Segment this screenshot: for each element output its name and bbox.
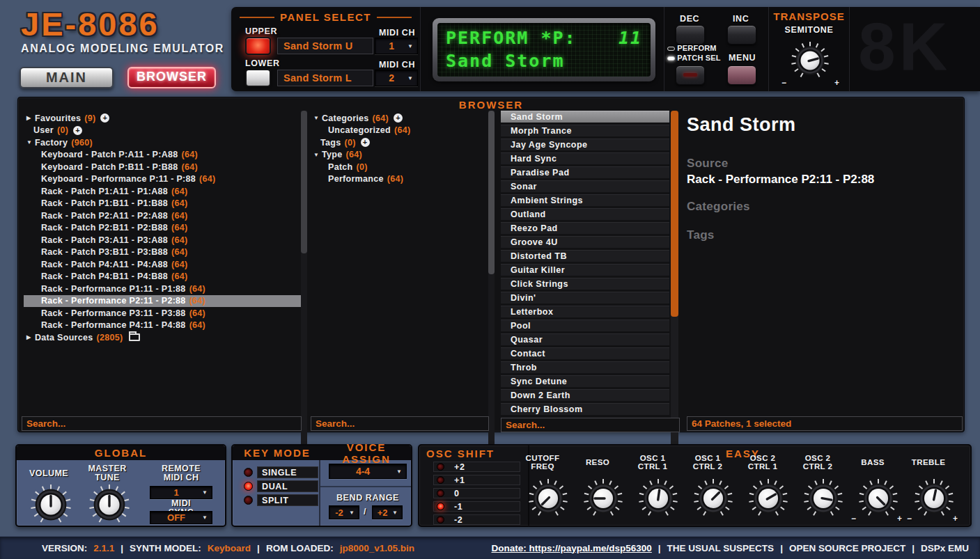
- scrollbar-thumb[interactable]: [671, 111, 678, 317]
- midi-sync-dropdown[interactable]: OFF▼: [150, 511, 212, 524]
- cutoff-freq-knob[interactable]: [523, 473, 573, 523]
- patch-row[interactable]: Sand Storm: [501, 111, 669, 123]
- expand-icon[interactable]: ▶: [26, 334, 35, 340]
- scrollbar-thumb[interactable]: [301, 111, 307, 253]
- osc-shift-plus1[interactable]: +1: [433, 475, 520, 485]
- reso-knob[interactable]: [578, 473, 628, 523]
- osc-shift-zero[interactable]: 0: [433, 488, 520, 498]
- patch-row[interactable]: Guitar Killer: [501, 264, 669, 276]
- semitone-knob[interactable]: [786, 36, 834, 85]
- osc-shift-minus2[interactable]: -2: [433, 514, 520, 525]
- tree-item[interactable]: Rack - Patch P1:B11 - P1:B88(64): [24, 198, 301, 210]
- remote-midi-dropdown[interactable]: 1▼: [150, 486, 212, 499]
- collapse-icon[interactable]: ▼: [313, 115, 322, 121]
- patch-row[interactable]: Contact: [501, 347, 669, 359]
- patch-row[interactable]: Sync Detune: [501, 375, 669, 387]
- category-search-input[interactable]: [311, 416, 489, 431]
- tree-item[interactable]: User(0)+: [24, 125, 301, 137]
- treble-knob[interactable]: [909, 473, 959, 523]
- collapse-icon[interactable]: ▼: [313, 152, 322, 158]
- tree-item[interactable]: Keyboard - Patch P:A11 - P:A88(64): [24, 149, 301, 162]
- voice-assign-dropdown[interactable]: 4-4▼: [329, 464, 407, 479]
- upper-midi-dropdown[interactable]: 1▼: [375, 38, 418, 54]
- dec-button[interactable]: [676, 25, 705, 45]
- upper-patch-field[interactable]: Sand Storm U: [277, 38, 373, 54]
- patch-search-input[interactable]: [501, 418, 680, 432]
- tree-item[interactable]: Rack - Patch P3:B11 - P3:B88(64): [24, 246, 301, 259]
- patch-row[interactable]: Cherry Blossom: [501, 403, 669, 415]
- expand-icon[interactable]: ▶: [26, 115, 35, 121]
- tree-item[interactable]: Rack - Performance P1:11 - P1:88(64): [24, 283, 301, 295]
- perform-patch-sel-button[interactable]: [676, 65, 705, 85]
- tree-item[interactable]: ▼Factory(960): [24, 136, 301, 149]
- tree-item[interactable]: Rack - Patch P4:B11 - P4:B88(64): [24, 271, 301, 283]
- key-mode-single[interactable]: SINGLE: [244, 466, 318, 478]
- patch-row[interactable]: Divin': [501, 292, 669, 304]
- folder-icon[interactable]: [129, 333, 140, 341]
- tree-item[interactable]: Uncategorized(64): [311, 125, 486, 137]
- browser-tab-button[interactable]: BROWSER: [127, 67, 216, 88]
- patch-row[interactable]: Click Strings: [501, 278, 669, 290]
- tree-item[interactable]: ▼Categories(64)+: [311, 112, 486, 125]
- tree-item[interactable]: Keyboard - Performance P:11 - P:88(64): [24, 173, 301, 186]
- key-mode-dual[interactable]: DUAL: [244, 480, 318, 492]
- add-icon[interactable]: +: [73, 126, 82, 135]
- lower-midi-dropdown[interactable]: 2▼: [375, 70, 418, 86]
- patch-row[interactable]: Hard Sync: [501, 152, 669, 164]
- library-search-input[interactable]: [22, 416, 302, 431]
- menu-button[interactable]: [727, 65, 756, 85]
- donate-link[interactable]: Donate: https://paypal.me/dsp56300: [492, 543, 652, 553]
- osc-shift-minus1[interactable]: -1: [433, 501, 520, 512]
- patch-row[interactable]: Sonar: [501, 180, 669, 192]
- patch-row[interactable]: Letterbox: [501, 306, 669, 317]
- tree-item[interactable]: ▶Favourites(9)+: [24, 112, 301, 125]
- patch-row[interactable]: Reezo Pad: [501, 222, 669, 234]
- tree-item[interactable]: Rack - Performance P4:11 - P4:88(64): [24, 320, 301, 332]
- patch-row[interactable]: Down 2 Earth: [501, 389, 669, 401]
- add-icon[interactable]: +: [100, 113, 109, 123]
- tree-item[interactable]: Rack - Patch P4:A11 - P4:A88(64): [24, 258, 301, 271]
- bend-range-low-dropdown[interactable]: -2▼: [329, 505, 359, 519]
- add-icon[interactable]: +: [361, 138, 370, 147]
- osc1-ctrl1-knob[interactable]: [633, 473, 683, 523]
- tree-item[interactable]: Rack - Patch P2:A11 - P2:A88(64): [24, 210, 301, 222]
- add-icon[interactable]: +: [394, 113, 403, 123]
- tree-item[interactable]: Rack - Performance P2:11 - P2:88(64): [24, 295, 301, 308]
- tree-item[interactable]: Patch(0): [311, 161, 486, 173]
- tree-item[interactable]: Performance(64): [311, 173, 486, 186]
- tree-item[interactable]: Rack - Performance P3:11 - P3:88(64): [24, 307, 301, 320]
- volume-knob[interactable]: [25, 479, 77, 530]
- master-tune-knob[interactable]: [84, 479, 135, 530]
- patch-row[interactable]: Ambient Strings: [501, 194, 669, 206]
- patch-row[interactable]: Jay Age Syncope: [501, 139, 669, 150]
- patch-row[interactable]: Throb: [501, 361, 669, 373]
- scrollbar-thumb[interactable]: [488, 111, 495, 274]
- inc-button[interactable]: [727, 25, 756, 45]
- osc-shift-plus2[interactable]: +2: [433, 462, 520, 472]
- bend-range-high-dropdown[interactable]: +2▼: [372, 505, 403, 519]
- collapse-icon[interactable]: ▼: [26, 139, 35, 145]
- tree-item[interactable]: Keyboard - Patch P:B11 - P:B88(64): [24, 161, 301, 173]
- tree-item[interactable]: Rack - Patch P3:A11 - P3:A88(64): [24, 234, 301, 246]
- lower-patch-field[interactable]: Sand Storm L: [277, 70, 373, 86]
- patch-row[interactable]: Distorted TB: [501, 250, 669, 262]
- patch-row[interactable]: Groove 4U: [501, 236, 669, 248]
- patch-row[interactable]: Pool: [501, 320, 669, 331]
- tree-item[interactable]: Rack - Patch P2:B11 - P2:B88(64): [24, 222, 301, 235]
- key-mode-split[interactable]: SPLIT: [244, 494, 318, 506]
- patch-row[interactable]: Paradise Pad: [501, 166, 669, 178]
- bass-knob[interactable]: [853, 473, 903, 523]
- patch-row[interactable]: Outland: [501, 208, 669, 220]
- osc1-ctrl2-knob[interactable]: [688, 473, 738, 523]
- osc2-ctrl2-knob[interactable]: [798, 473, 848, 523]
- main-tab-button[interactable]: MAIN: [20, 67, 114, 88]
- osc2-ctrl1-knob[interactable]: [743, 473, 793, 523]
- tree-item[interactable]: ▼Type(64): [311, 149, 486, 162]
- patch-row[interactable]: Quasar: [501, 333, 669, 345]
- patch-row[interactable]: Morph Trance: [501, 125, 669, 136]
- tree-item[interactable]: Tags(0)+: [311, 136, 486, 149]
- lower-panel-button[interactable]: [245, 69, 271, 87]
- upper-panel-button[interactable]: [245, 37, 271, 55]
- tree-item[interactable]: ▶Data Sources(2805): [24, 331, 301, 344]
- tree-item[interactable]: Rack - Patch P1:A11 - P1:A88(64): [24, 185, 301, 198]
